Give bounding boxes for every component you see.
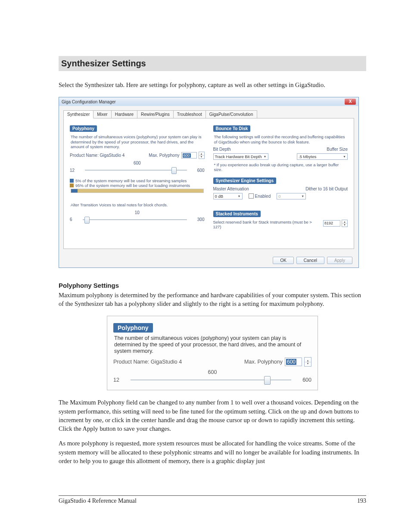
engine-panel-header: Synthesizer Engine Settings	[213, 177, 276, 184]
stacked-panel-header: Stacked Instruments	[213, 211, 261, 217]
poly-text-2: The Maximum Polyphony field can be chang…	[59, 398, 366, 433]
polyphony-slider-center-label: 600	[70, 161, 205, 165]
inset-max-poly-spinner[interactable]: ▲▼	[304, 357, 311, 367]
inset-slider-center: 600	[113, 369, 311, 375]
tab-troubleshoot[interactable]: Troubleshoot	[173, 110, 206, 118]
bit-depth-label: Bit Depth	[213, 147, 231, 152]
legend-streaming: 5% of the system memory will be used for…	[75, 178, 187, 183]
buffer-size-label: Buffer Size	[327, 147, 348, 152]
ok-button[interactable]: OK	[273, 257, 293, 264]
chevron-down-icon: ▼	[301, 195, 304, 198]
stacked-desc: Select reserved bank for Stack Instrumen…	[213, 220, 321, 230]
dither-label: Dither to 16 bit Output	[305, 187, 348, 191]
tab-mixer[interactable]: Mixer	[93, 110, 111, 118]
tab-hardware[interactable]: Hardware	[111, 110, 137, 118]
polyphony-slider-min: 12	[70, 168, 75, 173]
bounce-note: * If you experience audio break up durin…	[214, 162, 347, 172]
transition-note: Alter Transition Voices to steal notes f…	[71, 202, 204, 207]
inset-slider-max: 600	[302, 377, 311, 383]
chevron-down-icon: ▼	[343, 155, 346, 158]
transition-slider-center-label: 10	[70, 210, 205, 215]
tab-page: Polyphony The number of simultaneous voi…	[63, 118, 354, 249]
dialog-title: Giga Configuration Manager	[62, 100, 116, 104]
max-polyphony-input[interactable]: 600	[181, 152, 197, 159]
inset-max-poly-input[interactable]: 600	[285, 358, 302, 366]
polyphony-panel-header: Polyphony	[70, 125, 97, 132]
tab-synthesizer[interactable]: Synthesizer	[63, 110, 93, 118]
master-att-label: Master Attenuation	[213, 187, 249, 191]
footer: GigaStudio 4 Reference Manual 193	[59, 495, 366, 504]
enabled-label: Enabled	[255, 194, 271, 199]
product-name-label: Product Name: GigaStudio 4	[70, 153, 125, 158]
transition-slider-max: 300	[197, 217, 205, 222]
apply-button[interactable]: Apply	[327, 257, 352, 264]
transition-slider[interactable]	[83, 217, 187, 223]
close-icon[interactable]: X	[345, 99, 356, 105]
transition-slider-min: 6	[70, 217, 72, 222]
dither-value-dropdown[interactable]: 0▼	[277, 193, 306, 199]
buffer-size-dropdown[interactable]: .5 Mbytes▼	[297, 153, 348, 160]
inset-desc: The number of simultaneous voices (polyp…	[114, 335, 311, 355]
tab-strip: Synthesizer Mixer Hardware Rewire/Plugin…	[63, 110, 354, 118]
chevron-down-icon: ▼	[264, 155, 267, 158]
bounce-panel-header: Bounce To Disk	[213, 125, 251, 132]
poly-text-1: Maximum polyphony is determined by the p…	[59, 291, 366, 308]
footer-left: GigaStudio 4 Reference Manual	[59, 498, 137, 504]
bounce-desc: The following settings will control the …	[214, 134, 347, 144]
inset-max-poly-label: Max. Polyphony	[244, 359, 283, 365]
chevron-down-icon: ▼	[238, 195, 241, 198]
bit-depth-dropdown[interactable]: Track Hardware Bit Depth▼	[213, 153, 268, 160]
poly-text-3: As more polyphony is requested, more sys…	[59, 439, 366, 465]
dialog-titlebar: Giga Configuration Manager X	[59, 97, 358, 106]
legend-loading-box	[70, 184, 74, 187]
stacked-bank-input[interactable]: 8192	[323, 220, 340, 227]
dialog-buttons: OK Cancel Apply	[59, 253, 358, 268]
polyphony-inset: Polyphony The number of simultaneous voi…	[107, 316, 318, 390]
master-att-dropdown[interactable]: 0 dB▼	[213, 193, 243, 199]
polyphony-desc: The number of simultaneous voices (polyp…	[71, 134, 204, 149]
tab-gigapulse[interactable]: GigaPulse/Convolution	[206, 110, 257, 118]
intro-text: Select the Synthesizer tab. Here are set…	[59, 81, 366, 89]
config-dialog: Giga Configuration Manager X Synthesizer…	[59, 97, 359, 268]
polyphony-slider[interactable]	[85, 167, 187, 173]
footer-page-number: 193	[357, 498, 366, 504]
inset-slider[interactable]	[131, 377, 291, 383]
memory-usage-bar	[71, 189, 204, 193]
legend-loading: 95% of the system memory will be used fo…	[75, 183, 190, 188]
legend-streaming-box	[70, 179, 74, 183]
max-polyphony-label: Max. Polyphony	[149, 153, 179, 158]
inset-slider-min: 12	[113, 377, 119, 383]
stacked-bank-spinner[interactable]: ▲▼	[342, 220, 348, 227]
polyphony-subheading: Polyphony Settings	[59, 282, 366, 289]
section-heading: Synthesizer Settings	[59, 56, 366, 71]
cancel-button[interactable]: Cancel	[296, 257, 324, 264]
tab-rewire[interactable]: Rewire/Plugins	[137, 110, 174, 118]
inset-product-name: Product Name: GigaStudio 4	[113, 359, 182, 365]
inset-header: Polyphony	[113, 323, 153, 333]
dither-enabled-checkbox[interactable]	[249, 193, 254, 199]
polyphony-slider-max: 600	[197, 168, 205, 173]
max-polyphony-spinner[interactable]: ▲▼	[199, 152, 205, 159]
